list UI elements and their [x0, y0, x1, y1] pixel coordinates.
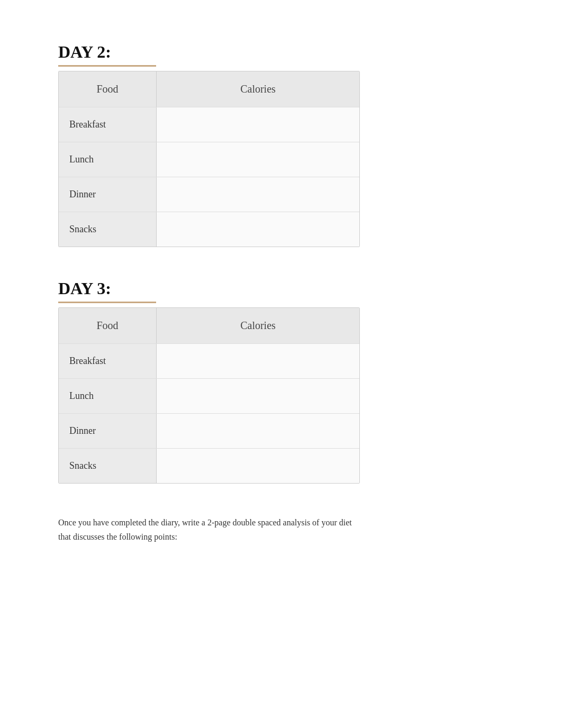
day2-snacks-calories: [157, 212, 359, 247]
day2-underline: [58, 65, 156, 67]
day2-header-calories: Calories: [157, 71, 359, 107]
day2-table-header: Food Calories: [59, 71, 359, 107]
day3-table: Food Calories Breakfast Lunch Dinner Sna…: [58, 307, 360, 484]
day3-snacks-calories: [157, 449, 359, 483]
day3-row-dinner: Dinner: [59, 413, 359, 448]
day3-dinner-calories: [157, 414, 359, 448]
day2-snacks-label: Snacks: [59, 212, 157, 247]
day2-row-lunch: Lunch: [59, 142, 359, 177]
day3-breakfast-label: Breakfast: [59, 344, 157, 378]
day3-table-header: Food Calories: [59, 308, 359, 343]
day3-header-food: Food: [59, 308, 157, 343]
day2-lunch-label: Lunch: [59, 142, 157, 177]
day3-underline: [58, 302, 156, 303]
day3-row-breakfast: Breakfast: [59, 343, 359, 378]
day3-header-calories: Calories: [157, 308, 359, 343]
day2-dinner-label: Dinner: [59, 177, 157, 212]
day2-section: DAY 2: Food Calories Breakfast Lunch Din…: [58, 42, 504, 247]
day2-table: Food Calories Breakfast Lunch Dinner Sna…: [58, 71, 360, 247]
day3-section: DAY 3: Food Calories Breakfast Lunch Din…: [58, 279, 504, 484]
day2-row-breakfast: Breakfast: [59, 107, 359, 142]
day2-header-food: Food: [59, 71, 157, 107]
day3-snacks-label: Snacks: [59, 449, 157, 483]
day3-row-snacks: Snacks: [59, 448, 359, 483]
day2-dinner-calories: [157, 177, 359, 212]
footer-text: Once you have completed the diary, write…: [58, 515, 365, 544]
day2-row-snacks: Snacks: [59, 212, 359, 247]
day2-lunch-calories: [157, 142, 359, 177]
day3-lunch-label: Lunch: [59, 379, 157, 413]
day2-title: DAY 2:: [58, 42, 504, 62]
day2-breakfast-label: Breakfast: [59, 107, 157, 142]
day2-row-dinner: Dinner: [59, 177, 359, 212]
day3-lunch-calories: [157, 379, 359, 413]
day3-dinner-label: Dinner: [59, 414, 157, 448]
day2-breakfast-calories: [157, 107, 359, 142]
day3-title: DAY 3:: [58, 279, 504, 298]
day3-breakfast-calories: [157, 344, 359, 378]
day3-row-lunch: Lunch: [59, 378, 359, 413]
